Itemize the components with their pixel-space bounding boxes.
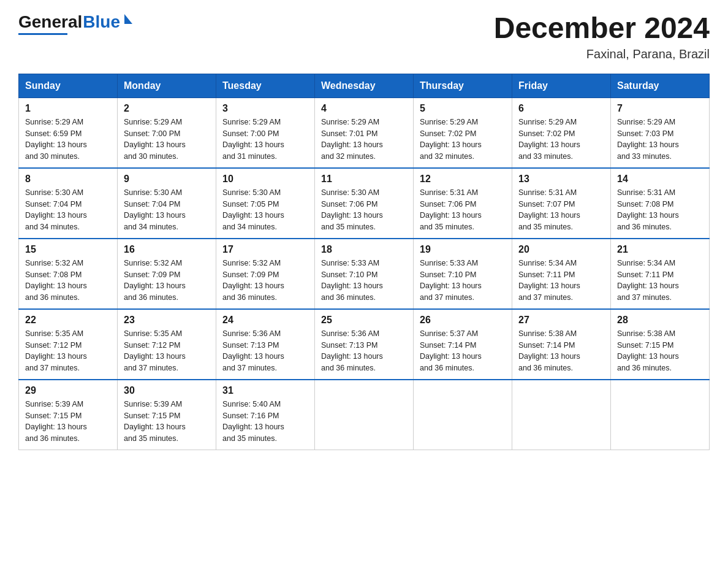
day-info: Sunrise: 5:30 AMSunset: 7:04 PMDaylight:… bbox=[25, 188, 87, 231]
logo-arrow-icon bbox=[124, 14, 132, 24]
calendar-week-row: 22Sunrise: 5:35 AMSunset: 7:12 PMDayligh… bbox=[19, 309, 710, 380]
day-number: 30 bbox=[124, 385, 210, 396]
day-number: 1 bbox=[25, 103, 111, 114]
day-number: 16 bbox=[124, 244, 210, 255]
col-header-wednesday: Wednesday bbox=[315, 74, 414, 98]
calendar-cell: 31Sunrise: 5:40 AMSunset: 7:16 PMDayligh… bbox=[216, 380, 315, 450]
calendar-cell: 9Sunrise: 5:30 AMSunset: 7:04 PMDaylight… bbox=[118, 168, 216, 239]
calendar-cell: 26Sunrise: 5:37 AMSunset: 7:14 PMDayligh… bbox=[414, 309, 512, 380]
day-number: 9 bbox=[124, 174, 210, 185]
day-number: 26 bbox=[420, 315, 506, 326]
col-header-thursday: Thursday bbox=[414, 74, 512, 98]
calendar-week-row: 15Sunrise: 5:32 AMSunset: 7:08 PMDayligh… bbox=[19, 239, 710, 309]
day-number: 28 bbox=[617, 315, 703, 326]
calendar-cell: 13Sunrise: 5:31 AMSunset: 7:07 PMDayligh… bbox=[512, 168, 611, 239]
calendar-cell: 30Sunrise: 5:39 AMSunset: 7:15 PMDayligh… bbox=[118, 380, 216, 450]
title-block: December 2024 Faxinal, Parana, Brazil bbox=[494, 12, 710, 61]
day-info: Sunrise: 5:30 AMSunset: 7:06 PMDaylight:… bbox=[321, 188, 383, 231]
calendar-cell: 14Sunrise: 5:31 AMSunset: 7:08 PMDayligh… bbox=[611, 168, 710, 239]
calendar-cell: 1Sunrise: 5:29 AMSunset: 6:59 PMDaylight… bbox=[19, 98, 118, 168]
col-header-friday: Friday bbox=[512, 74, 611, 98]
day-info: Sunrise: 5:33 AMSunset: 7:10 PMDaylight:… bbox=[321, 259, 383, 302]
col-header-tuesday: Tuesday bbox=[216, 74, 315, 98]
day-info: Sunrise: 5:30 AMSunset: 7:05 PMDaylight:… bbox=[222, 188, 284, 231]
day-number: 19 bbox=[420, 244, 506, 255]
calendar-week-row: 8Sunrise: 5:30 AMSunset: 7:04 PMDaylight… bbox=[19, 168, 710, 239]
day-info: Sunrise: 5:35 AMSunset: 7:12 PMDaylight:… bbox=[124, 329, 186, 372]
col-header-monday: Monday bbox=[118, 74, 216, 98]
calendar-cell: 16Sunrise: 5:32 AMSunset: 7:09 PMDayligh… bbox=[118, 239, 216, 309]
day-info: Sunrise: 5:29 AMSunset: 6:59 PMDaylight:… bbox=[25, 118, 87, 161]
calendar-cell bbox=[512, 380, 611, 450]
day-info: Sunrise: 5:31 AMSunset: 7:06 PMDaylight:… bbox=[420, 188, 482, 231]
day-info: Sunrise: 5:32 AMSunset: 7:09 PMDaylight:… bbox=[222, 259, 284, 302]
day-number: 23 bbox=[124, 315, 210, 326]
day-number: 15 bbox=[25, 244, 111, 255]
day-number: 6 bbox=[518, 103, 604, 114]
page-header: General Blue December 2024 Faxinal, Para… bbox=[18, 12, 710, 61]
calendar-cell: 7Sunrise: 5:29 AMSunset: 7:03 PMDaylight… bbox=[611, 98, 710, 168]
calendar-cell bbox=[414, 380, 512, 450]
day-info: Sunrise: 5:32 AMSunset: 7:09 PMDaylight:… bbox=[124, 259, 186, 302]
logo-general-text: General bbox=[18, 12, 82, 32]
calendar-cell: 29Sunrise: 5:39 AMSunset: 7:15 PMDayligh… bbox=[19, 380, 118, 450]
day-number: 29 bbox=[25, 385, 111, 396]
calendar-cell: 21Sunrise: 5:34 AMSunset: 7:11 PMDayligh… bbox=[611, 239, 710, 309]
logo-underline bbox=[18, 33, 67, 35]
calendar-cell: 17Sunrise: 5:32 AMSunset: 7:09 PMDayligh… bbox=[216, 239, 315, 309]
day-number: 21 bbox=[617, 244, 703, 255]
day-info: Sunrise: 5:35 AMSunset: 7:12 PMDaylight:… bbox=[25, 329, 87, 372]
calendar-cell: 24Sunrise: 5:36 AMSunset: 7:13 PMDayligh… bbox=[216, 309, 315, 380]
calendar-cell: 19Sunrise: 5:33 AMSunset: 7:10 PMDayligh… bbox=[414, 239, 512, 309]
day-number: 13 bbox=[518, 174, 604, 185]
calendar-cell: 8Sunrise: 5:30 AMSunset: 7:04 PMDaylight… bbox=[19, 168, 118, 239]
day-number: 18 bbox=[321, 244, 407, 255]
day-info: Sunrise: 5:31 AMSunset: 7:07 PMDaylight:… bbox=[518, 188, 580, 231]
calendar-week-row: 29Sunrise: 5:39 AMSunset: 7:15 PMDayligh… bbox=[19, 380, 710, 450]
calendar-cell: 2Sunrise: 5:29 AMSunset: 7:00 PMDaylight… bbox=[118, 98, 216, 168]
calendar-cell: 10Sunrise: 5:30 AMSunset: 7:05 PMDayligh… bbox=[216, 168, 315, 239]
calendar-title: December 2024 bbox=[494, 12, 710, 45]
calendar-cell: 22Sunrise: 5:35 AMSunset: 7:12 PMDayligh… bbox=[19, 309, 118, 380]
day-info: Sunrise: 5:39 AMSunset: 7:15 PMDaylight:… bbox=[124, 400, 186, 443]
calendar-cell: 4Sunrise: 5:29 AMSunset: 7:01 PMDaylight… bbox=[315, 98, 414, 168]
day-info: Sunrise: 5:36 AMSunset: 7:13 PMDaylight:… bbox=[321, 329, 383, 372]
day-info: Sunrise: 5:37 AMSunset: 7:14 PMDaylight:… bbox=[420, 329, 482, 372]
day-info: Sunrise: 5:29 AMSunset: 7:01 PMDaylight:… bbox=[321, 118, 383, 161]
day-number: 12 bbox=[420, 174, 506, 185]
calendar-cell: 23Sunrise: 5:35 AMSunset: 7:12 PMDayligh… bbox=[118, 309, 216, 380]
calendar-cell: 15Sunrise: 5:32 AMSunset: 7:08 PMDayligh… bbox=[19, 239, 118, 309]
day-info: Sunrise: 5:34 AMSunset: 7:11 PMDaylight:… bbox=[617, 259, 679, 302]
calendar-cell: 28Sunrise: 5:38 AMSunset: 7:15 PMDayligh… bbox=[611, 309, 710, 380]
calendar-cell: 12Sunrise: 5:31 AMSunset: 7:06 PMDayligh… bbox=[414, 168, 512, 239]
day-info: Sunrise: 5:39 AMSunset: 7:15 PMDaylight:… bbox=[25, 400, 87, 443]
day-info: Sunrise: 5:29 AMSunset: 7:00 PMDaylight:… bbox=[124, 118, 186, 161]
day-number: 24 bbox=[222, 315, 308, 326]
day-info: Sunrise: 5:29 AMSunset: 7:00 PMDaylight:… bbox=[222, 118, 284, 161]
calendar-week-row: 1Sunrise: 5:29 AMSunset: 6:59 PMDaylight… bbox=[19, 98, 710, 168]
calendar-cell: 5Sunrise: 5:29 AMSunset: 7:02 PMDaylight… bbox=[414, 98, 512, 168]
day-number: 11 bbox=[321, 174, 407, 185]
day-number: 10 bbox=[222, 174, 308, 185]
calendar-cell: 11Sunrise: 5:30 AMSunset: 7:06 PMDayligh… bbox=[315, 168, 414, 239]
day-info: Sunrise: 5:38 AMSunset: 7:15 PMDaylight:… bbox=[617, 329, 679, 372]
day-number: 4 bbox=[321, 103, 407, 114]
calendar-cell: 3Sunrise: 5:29 AMSunset: 7:00 PMDaylight… bbox=[216, 98, 315, 168]
calendar-cell: 20Sunrise: 5:34 AMSunset: 7:11 PMDayligh… bbox=[512, 239, 611, 309]
day-number: 14 bbox=[617, 174, 703, 185]
day-number: 8 bbox=[25, 174, 111, 185]
calendar-subtitle: Faxinal, Parana, Brazil bbox=[494, 47, 710, 61]
day-number: 3 bbox=[222, 103, 308, 114]
day-number: 5 bbox=[420, 103, 506, 114]
col-header-sunday: Sunday bbox=[19, 74, 118, 98]
day-info: Sunrise: 5:29 AMSunset: 7:02 PMDaylight:… bbox=[420, 118, 482, 161]
day-info: Sunrise: 5:38 AMSunset: 7:14 PMDaylight:… bbox=[518, 329, 580, 372]
day-number: 17 bbox=[222, 244, 308, 255]
logo: General Blue bbox=[18, 12, 132, 35]
calendar-header-row: SundayMondayTuesdayWednesdayThursdayFrid… bbox=[19, 74, 710, 98]
day-info: Sunrise: 5:36 AMSunset: 7:13 PMDaylight:… bbox=[222, 329, 284, 372]
calendar-cell: 27Sunrise: 5:38 AMSunset: 7:14 PMDayligh… bbox=[512, 309, 611, 380]
day-number: 2 bbox=[124, 103, 210, 114]
day-number: 25 bbox=[321, 315, 407, 326]
calendar-cell bbox=[611, 380, 710, 450]
